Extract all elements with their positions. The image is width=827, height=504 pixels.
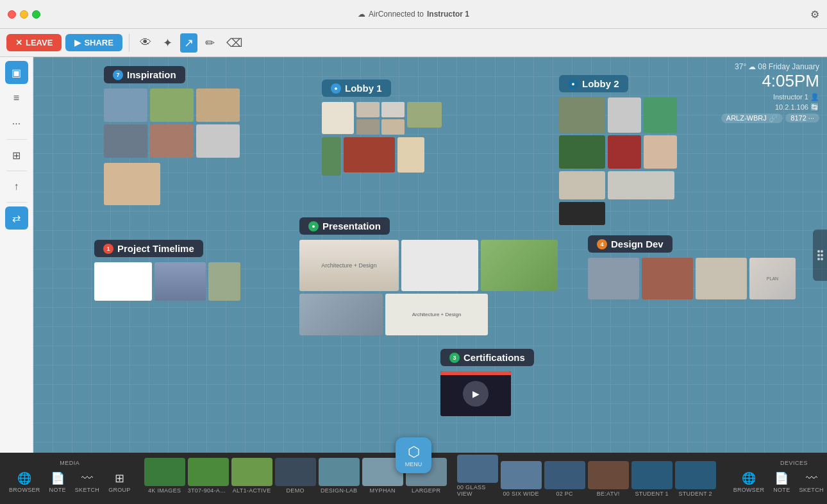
star-button[interactable]: ✦ [159,33,176,53]
device-thumbnails: 00 GLASS VIEW 00 SIX WIDE 02 PC BE:ATV! … [457,455,716,502]
note-tool[interactable]: 📄 NOTE [46,469,70,496]
thumb-file3 [319,458,360,486]
hud-time: 4:05PM [721,71,819,91]
hud-network: ARLZ-WBRJ 🔗 [721,113,783,123]
thumb-site [481,240,558,291]
design-dev-dot: 4 [597,239,607,249]
share-button[interactable]: ▶ SHARE [65,34,122,51]
sketch-icon: 〰 [81,472,93,485]
swatch-item [356,102,380,117]
lobby1-content [322,102,442,176]
sidebar-grid-btn[interactable]: ⊞ [5,144,28,167]
media-tools: 🌐 BROWSER 📄 NOTE 〰 SKETCH ⊞ GROUP [5,469,135,497]
device-thumb-item[interactable]: 00 GLASS VIEW [457,455,498,497]
hud-temp: 37° [735,62,746,71]
thumb-item [196,88,240,122]
thumb-dark [559,202,605,225]
titlebar-title: ☁ AirConnected to Instructor 1 [358,10,469,19]
group-project-timeline[interactable]: 1 Project Timelime [94,240,240,301]
eraser-button[interactable]: ⌫ [222,33,246,53]
maximize-button[interactable] [32,10,40,19]
canvas-area[interactable]: 37° ☁ 08 Friday January 4:05PM Instructo… [33,57,827,453]
menu-button[interactable]: ⬡ MENU [396,437,431,473]
media-thumb-item[interactable]: 4K IMAGES [144,458,185,494]
thumb-4k-label: 4K IMAGES [148,487,181,494]
fullscreen-button[interactable]: ⚙ [810,8,819,21]
browser-device-label: BROWSER [733,487,765,493]
group-design-dev[interactable]: 4 Design Dev PLAN [588,235,796,299]
binoculars-button[interactable]: 👁 [136,33,155,52]
minimize-button[interactable] [20,10,28,19]
sidebar-screen-btn[interactable]: ▣ [5,61,28,84]
device-thumb-item[interactable]: BE:ATV! [588,461,629,497]
design-dev-content: PLAN [588,258,796,299]
sketch-tool[interactable]: 〰 SKETCH [71,469,103,496]
presentation-content: Architecture + Design Architecture + Des… [299,240,558,335]
device-tools: 🌐 BROWSER 📄 NOTE 〰 SKETCH ⊞ GROUP [730,469,827,497]
menu-label-text: MENU [405,461,422,467]
svg-point-1 [817,254,820,256]
cursor-button[interactable]: ↗ [180,33,197,53]
browser-device-tool[interactable]: 🌐 BROWSER [730,469,769,496]
media-thumb-item[interactable]: 3T07-904-ACAD [188,458,229,494]
media-thumb-item[interactable]: ALT1-ACTIVE [231,458,272,494]
close-button[interactable] [8,10,16,19]
device-thumb-item[interactable]: 00 SIX WIDE [501,461,542,497]
inspiration-dot: 7 [113,70,123,80]
lobby2-label: ● Lobby 2 [559,75,628,92]
toolbar-separator [129,34,129,52]
group-presentation[interactable]: ● Presentation Architecture + Design [299,217,558,335]
thumb-student1-label: STUDENT 1 [635,491,669,497]
group-lobby2[interactable]: ● Lobby 2 [559,75,677,225]
svg-point-2 [817,258,820,260]
right-panel-handle[interactable] [813,230,827,281]
leave-button[interactable]: ✕ LEAVE [6,34,62,51]
note-label: NOTE [49,487,66,493]
sidebar-transfer-btn[interactable]: ⇄ [5,206,28,230]
left-sidebar: ▣ ≡ ··· ⊞ ↑ ⇄ [0,57,33,453]
thumb-pres2: Architecture + Design [385,294,488,335]
lobby2-content [559,97,677,225]
group-certifications[interactable]: 3 Certifications ▶ [440,349,534,416]
thumb-item [322,102,354,134]
sidebar-upload-btn[interactable]: ↑ [5,175,28,198]
sidebar-list-btn[interactable]: ≡ [5,87,28,110]
hud-date: Friday January [769,62,819,71]
media-label: MEDIA [60,460,79,466]
thumb-file5-label: LARGEPR [412,487,440,494]
browser-device-icon: 🌐 [742,471,756,485]
note-device-tool[interactable]: 📄 NOTE [769,469,794,496]
device-thumb-item[interactable]: 02 PC [544,461,585,497]
sidebar-dots-btn[interactable]: ··· [5,112,28,135]
thumb-student2 [675,461,716,489]
thumb-item [644,97,677,133]
certifications-dot: 3 [449,353,460,363]
thumb-file1 [188,458,229,486]
media-thumb-item[interactable]: DESIGN-LAB [319,458,360,494]
thumb-beatv [588,461,629,489]
group-tool[interactable]: ⊞ GROUP [104,469,135,496]
traffic-lights [8,10,40,19]
timeline-dot: 1 [103,244,113,254]
device-thumb-item[interactable]: STUDENT 2 [675,461,716,497]
devices-section: 00 GLASS VIEW 00 SIX WIDE 02 PC BE:ATV! … [452,453,827,504]
titlebar: ☁ AirConnected to Instructor 1 ⚙ [0,0,827,29]
thumb-item [559,171,605,199]
presentation-label: ● Presentation [299,217,390,235]
sketch-device-tool[interactable]: 〰 SKETCH [795,469,827,496]
thumb-item [559,97,605,133]
design-dev-label: 4 Design Dev [588,235,672,253]
browser-tool[interactable]: 🌐 BROWSER [5,469,44,496]
device-thumb-item[interactable]: STUDENT 1 [631,461,672,497]
thumb-student1 [631,461,672,489]
group-inspiration[interactable]: 7 Inspiration [104,66,245,205]
thumb-gantt [155,262,206,301]
sketch-device-icon: 〰 [806,472,817,485]
hud-code: 8172 ··· [785,113,819,122]
svg-point-3 [821,250,823,253]
menu-icon: ⬡ [408,444,420,460]
sidebar-sep2 [6,171,27,171]
pen-button[interactable]: ✏ [201,33,219,53]
media-thumb-item[interactable]: DEMO [275,458,316,494]
group-lobby1[interactable]: ● Lobby 1 [322,80,442,176]
